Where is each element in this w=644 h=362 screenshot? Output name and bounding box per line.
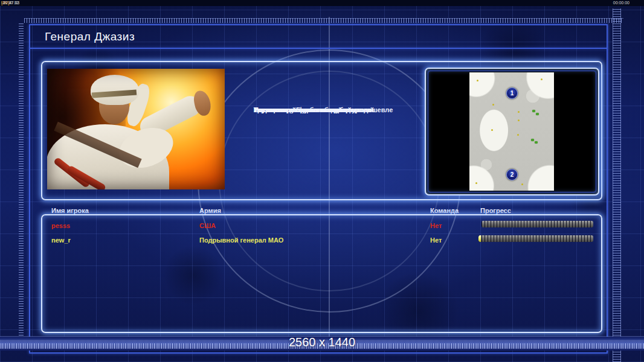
- loading-screen: Генерал Джазиз Улучшенный фугас Улучшени…: [0, 0, 644, 362]
- map-dot-green: [535, 141, 538, 144]
- game-timer: 00:00:00: [613, 0, 630, 5]
- map-dot-yellow: [475, 182, 477, 184]
- map-dot-yellow: [521, 183, 523, 185]
- map-dot-green: [532, 110, 535, 112]
- title-underline: [29, 48, 608, 49]
- minimap-image: 1 2: [469, 72, 554, 191]
- player-army: Подрывной генерал МАО: [199, 237, 283, 244]
- player-team: Нет: [430, 222, 442, 229]
- map-start-marker-2: 2: [506, 169, 518, 180]
- debug-status-bar: UK 30 32 [SV] 22:47:03 00:00:00: [0, 0, 644, 6]
- column-header-progress: Прогресс: [480, 207, 511, 214]
- portrait-vignette: [47, 69, 225, 189]
- debug-clock: 22:47:03: [3, 0, 19, 5]
- map-dot-green: [531, 139, 534, 141]
- general-portrait-image: [47, 69, 225, 189]
- player-team: Нет: [430, 237, 442, 244]
- minimap-panel: 1 2: [425, 68, 599, 195]
- column-header-army: Армия: [199, 207, 221, 214]
- map-dot-green: [536, 113, 539, 115]
- ruler-top: [24, 18, 623, 23]
- ruler-right: [613, 8, 621, 362]
- player-army: США: [199, 222, 216, 229]
- map-dot-yellow: [491, 129, 493, 131]
- resolution-label: 2560 x 1440: [0, 335, 644, 349]
- map-dot-yellow: [517, 134, 519, 136]
- player-progress-bar: [478, 235, 593, 242]
- player-progress-bar: [481, 221, 593, 227]
- map-dot-yellow: [518, 119, 520, 121]
- map-dot-yellow: [477, 80, 478, 81]
- map-start-marker-1: 1: [506, 87, 518, 99]
- player-name: pesss: [51, 222, 70, 229]
- column-header-team: Команда: [430, 207, 459, 214]
- page-title: Генерал Джазиз: [45, 30, 135, 43]
- trait-line: Грузовики со взрывчаткой стоят дешевле: [254, 106, 393, 114]
- column-header-player-name: Имя игрока: [51, 207, 89, 214]
- map-dot-yellow: [541, 78, 543, 80]
- map-dot-yellow: [518, 111, 520, 113]
- map-dot-yellow: [492, 104, 494, 106]
- ruler-left: [19, 23, 24, 338]
- player-name: new_r: [51, 237, 71, 244]
- progress-bar-fill: [478, 235, 481, 242]
- player-list-panel: [41, 214, 602, 333]
